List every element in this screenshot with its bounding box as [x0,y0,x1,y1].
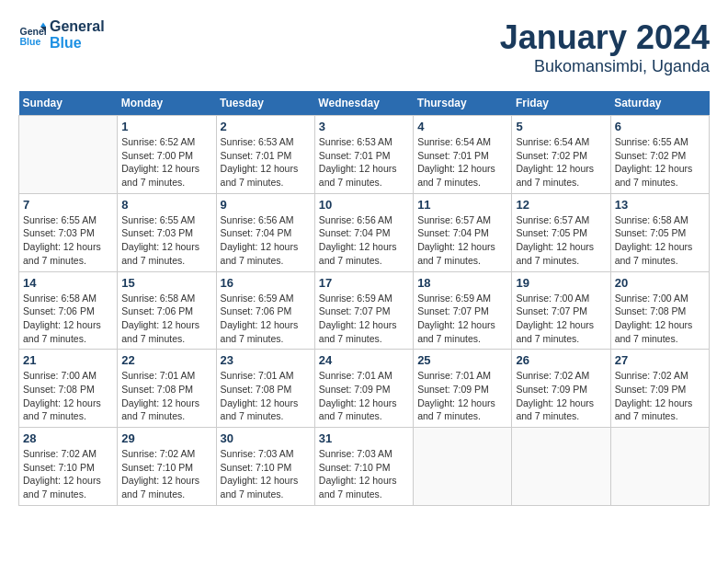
day-number: 10 [319,198,409,212]
day-number: 4 [417,120,507,133]
day-number: 21 [23,353,113,367]
day-number: 8 [121,198,211,212]
calendar-cell: 6Sunrise: 6:55 AM Sunset: 7:02 PM Daylig… [610,116,709,194]
day-number: 30 [221,431,311,445]
day-info: Sunrise: 6:58 AM Sunset: 7:06 PM Dayligh… [23,292,113,346]
day-info: Sunrise: 6:55 AM Sunset: 7:02 PM Dayligh… [615,135,705,190]
day-info: Sunrise: 7:01 AM Sunset: 7:09 PM Dayligh… [417,369,507,423]
day-info: Sunrise: 7:00 AM Sunset: 7:08 PM Dayligh… [615,292,705,346]
day-number: 26 [516,353,606,367]
day-info: Sunrise: 7:00 AM Sunset: 7:07 PM Dayligh… [516,292,606,346]
day-number: 23 [221,353,311,367]
calendar-header-row: SundayMondayTuesdayWednesdayThursdayFrid… [19,91,710,116]
day-info: Sunrise: 7:03 AM Sunset: 7:10 PM Dayligh… [221,447,311,501]
calendar-cell [414,428,512,506]
day-number: 3 [319,120,409,133]
calendar-cell: 22Sunrise: 7:01 AM Sunset: 7:08 PM Dayli… [118,350,216,428]
calendar-table: SundayMondayTuesdayWednesdayThursdayFrid… [18,91,710,506]
day-number: 5 [516,120,606,133]
day-info: Sunrise: 6:58 AM Sunset: 7:05 PM Dayligh… [615,213,705,268]
location-title: Bukomansimbi, Uganda [500,57,710,76]
day-info: Sunrise: 6:59 AM Sunset: 7:07 PM Dayligh… [417,292,507,346]
day-number: 28 [23,431,113,445]
day-number: 25 [417,353,507,367]
week-row-3: 21Sunrise: 7:00 AM Sunset: 7:08 PM Dayli… [19,350,710,428]
calendar-cell: 12Sunrise: 6:57 AM Sunset: 7:05 PM Dayli… [512,193,610,271]
calendar-cell: 18Sunrise: 6:59 AM Sunset: 7:07 PM Dayli… [414,271,512,350]
header-thursday: Thursday [414,91,512,116]
day-info: Sunrise: 6:56 AM Sunset: 7:04 PM Dayligh… [221,213,311,268]
day-number: 11 [417,198,507,212]
day-info: Sunrise: 6:59 AM Sunset: 7:07 PM Dayligh… [319,292,409,346]
calendar-cell: 17Sunrise: 6:59 AM Sunset: 7:07 PM Dayli… [314,271,413,350]
header-monday: Monday [118,91,216,116]
calendar-cell [512,428,610,506]
week-row-1: 7Sunrise: 6:55 AM Sunset: 7:03 PM Daylig… [19,193,710,271]
day-info: Sunrise: 7:03 AM Sunset: 7:10 PM Dayligh… [319,447,409,501]
calendar-cell: 25Sunrise: 7:01 AM Sunset: 7:09 PM Dayli… [414,350,512,428]
day-number: 15 [121,276,211,290]
header-saturday: Saturday [610,91,709,116]
day-info: Sunrise: 6:54 AM Sunset: 7:02 PM Dayligh… [516,135,606,190]
header-sunday: Sunday [19,91,118,116]
calendar-cell: 11Sunrise: 6:57 AM Sunset: 7:04 PM Dayli… [414,193,512,271]
calendar-cell: 5Sunrise: 6:54 AM Sunset: 7:02 PM Daylig… [512,116,610,194]
day-info: Sunrise: 6:59 AM Sunset: 7:06 PM Dayligh… [221,292,311,346]
day-info: Sunrise: 6:57 AM Sunset: 7:04 PM Dayligh… [417,213,507,268]
calendar-cell: 14Sunrise: 6:58 AM Sunset: 7:06 PM Dayli… [19,271,118,350]
calendar-cell: 10Sunrise: 6:56 AM Sunset: 7:04 PM Dayli… [314,193,413,271]
calendar-cell [610,428,709,506]
svg-marker-2 [40,22,46,27]
calendar-cell: 8Sunrise: 6:55 AM Sunset: 7:03 PM Daylig… [118,193,216,271]
day-number: 7 [23,198,113,212]
day-info: Sunrise: 6:52 AM Sunset: 7:00 PM Dayligh… [121,135,211,190]
calendar-cell: 2Sunrise: 6:53 AM Sunset: 7:01 PM Daylig… [216,116,314,194]
day-info: Sunrise: 6:53 AM Sunset: 7:01 PM Dayligh… [319,135,409,190]
day-number: 29 [121,431,211,445]
day-info: Sunrise: 6:55 AM Sunset: 7:03 PM Dayligh… [121,213,211,268]
calendar-cell: 23Sunrise: 7:01 AM Sunset: 7:08 PM Dayli… [216,350,314,428]
day-number: 18 [417,276,507,290]
day-number: 13 [615,198,705,212]
day-number: 31 [319,431,409,445]
calendar-cell: 24Sunrise: 7:01 AM Sunset: 7:09 PM Dayli… [314,350,413,428]
logo: General Blue General Blue [18,18,105,51]
calendar-cell: 31Sunrise: 7:03 AM Sunset: 7:10 PM Dayli… [314,428,413,506]
day-number: 12 [516,198,606,212]
day-number: 14 [23,276,113,290]
day-info: Sunrise: 7:01 AM Sunset: 7:08 PM Dayligh… [121,369,211,423]
calendar-cell: 13Sunrise: 6:58 AM Sunset: 7:05 PM Dayli… [610,193,709,271]
day-number: 6 [615,120,705,133]
day-info: Sunrise: 6:56 AM Sunset: 7:04 PM Dayligh… [319,213,409,268]
title-area: January 2024 Bukomansimbi, Uganda [500,18,710,76]
day-info: Sunrise: 6:55 AM Sunset: 7:03 PM Dayligh… [23,213,113,268]
day-info: Sunrise: 6:58 AM Sunset: 7:06 PM Dayligh… [121,292,211,346]
svg-text:Blue: Blue [20,35,41,46]
day-info: Sunrise: 7:01 AM Sunset: 7:09 PM Dayligh… [319,369,409,423]
calendar-cell: 27Sunrise: 7:02 AM Sunset: 7:09 PM Dayli… [610,350,709,428]
week-row-0: 1Sunrise: 6:52 AM Sunset: 7:00 PM Daylig… [19,116,710,194]
week-row-2: 14Sunrise: 6:58 AM Sunset: 7:06 PM Dayli… [19,271,710,350]
calendar-cell: 30Sunrise: 7:03 AM Sunset: 7:10 PM Dayli… [216,428,314,506]
day-info: Sunrise: 6:53 AM Sunset: 7:01 PM Dayligh… [221,135,311,190]
day-info: Sunrise: 7:02 AM Sunset: 7:10 PM Dayligh… [121,447,211,501]
logo-text-line1: General [50,18,105,35]
day-number: 27 [615,353,705,367]
day-number: 24 [319,353,409,367]
day-info: Sunrise: 7:02 AM Sunset: 7:09 PM Dayligh… [516,369,606,423]
header-friday: Friday [512,91,610,116]
day-info: Sunrise: 7:02 AM Sunset: 7:10 PM Dayligh… [23,447,113,501]
day-number: 1 [121,120,211,133]
logo-text-line2: Blue [50,35,105,52]
calendar-cell: 29Sunrise: 7:02 AM Sunset: 7:10 PM Dayli… [118,428,216,506]
day-info: Sunrise: 7:01 AM Sunset: 7:08 PM Dayligh… [221,369,311,423]
header-tuesday: Tuesday [216,91,314,116]
calendar-cell: 16Sunrise: 6:59 AM Sunset: 7:06 PM Dayli… [216,271,314,350]
calendar-cell: 21Sunrise: 7:00 AM Sunset: 7:08 PM Dayli… [19,350,118,428]
calendar-cell: 28Sunrise: 7:02 AM Sunset: 7:10 PM Dayli… [19,428,118,506]
page-header: General Blue General Blue January 2024 B… [18,18,710,76]
calendar-cell: 9Sunrise: 6:56 AM Sunset: 7:04 PM Daylig… [216,193,314,271]
calendar-cell: 19Sunrise: 7:00 AM Sunset: 7:07 PM Dayli… [512,271,610,350]
month-title: January 2024 [500,18,710,57]
day-number: 2 [221,120,311,133]
